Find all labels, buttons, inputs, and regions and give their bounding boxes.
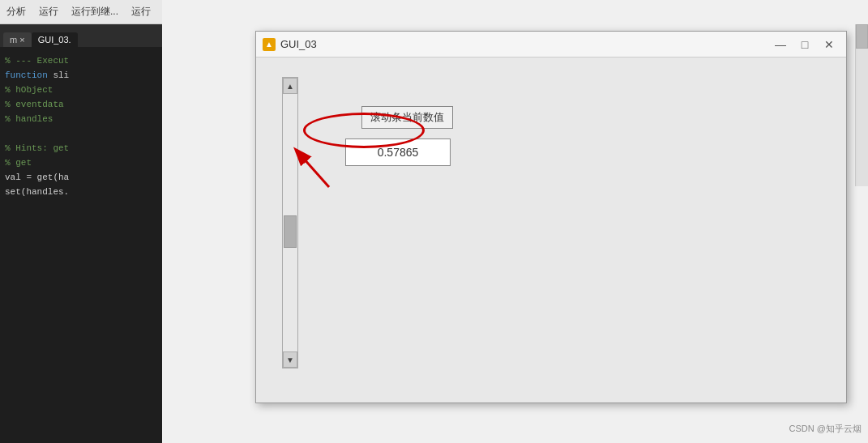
value-display: 0.57865 [345, 138, 451, 166]
code-line-1: % --- Execut [5, 53, 157, 68]
csdn-label: CSDN @知乎云烟 [789, 423, 862, 435]
right-scroll-thumb[interactable] [856, 24, 868, 49]
gui-scrollbar[interactable]: ▲ ▼ [282, 77, 298, 368]
toolbar-run-to[interactable]: 运行到继... [71, 5, 118, 19]
scroll-track [283, 94, 297, 351]
scroll-thumb[interactable] [284, 215, 297, 248]
gui-window: ▲ GUI_03 — □ ✕ ▲ ▼ 滚动条当前数值 0.57865 [255, 31, 847, 403]
code-line-3: % hObject [5, 83, 157, 97]
toolbar-analysis[interactable]: 分析 [6, 5, 26, 19]
scroll-arrow-up[interactable]: ▲ [283, 78, 297, 94]
code-line-4: % eventdata [5, 97, 157, 112]
right-scrollbar[interactable] [855, 24, 868, 186]
gui-window-title: GUI_03 [280, 38, 765, 50]
toolbar-run2[interactable]: 运行 [131, 5, 151, 19]
toolbar-run[interactable]: 运行 [39, 5, 58, 19]
tab-m[interactable]: m × [3, 32, 32, 47]
scroll-arrow-down[interactable]: ▼ [283, 351, 297, 368]
code-line-5: % handles [5, 112, 157, 126]
tab-gui03[interactable]: GUI_03. [32, 32, 78, 47]
window-controls: — □ ✕ [770, 36, 840, 53]
gui-titlebar: ▲ GUI_03 — □ ✕ [256, 32, 846, 58]
matlab-icon: ▲ [263, 38, 276, 51]
right-content-area: 再使用 set函数 CSDN @知乎云烟 ▲ GUI_03 — □ ✕ ▲ ▼ [162, 0, 868, 443]
minimize-button[interactable]: — [770, 36, 791, 53]
editor-tabs: m × GUI_03. [0, 24, 162, 47]
code-line-8: % get [5, 155, 157, 170]
code-editor: % --- Execut function sli % hObject % ev… [0, 47, 162, 443]
close-button[interactable]: ✕ [819, 36, 840, 53]
code-line-10: set(handles. [5, 185, 157, 199]
code-line-9: val = get(ha [5, 170, 157, 185]
maximize-button[interactable]: □ [794, 36, 815, 53]
code-line-6 [5, 126, 157, 141]
code-line-7: % Hints: get [5, 141, 157, 155]
svg-line-1 [297, 151, 329, 187]
code-line-2: function sli [5, 68, 157, 83]
scrollbar-label: 滚动条当前数值 [361, 106, 453, 129]
gui-content: ▲ ▼ 滚动条当前数值 0.57865 [256, 58, 846, 403]
